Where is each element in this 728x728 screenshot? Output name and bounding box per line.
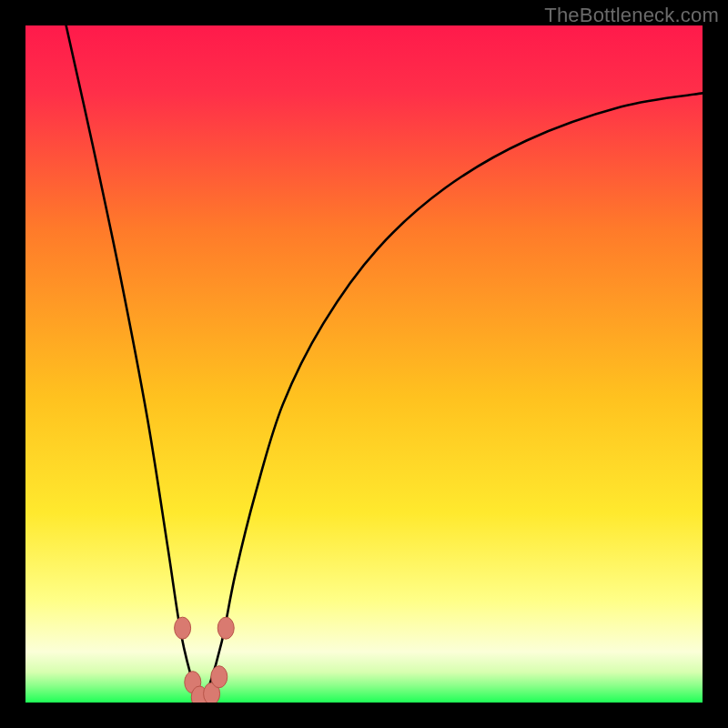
curve-marker [217,617,234,639]
chart-frame [25,25,703,703]
curve-marker [211,666,228,688]
bottleneck-chart [25,25,703,703]
curve-marker [175,617,191,639]
heat-background [25,25,703,703]
watermark-text: TheBottleneck.com [544,4,719,27]
